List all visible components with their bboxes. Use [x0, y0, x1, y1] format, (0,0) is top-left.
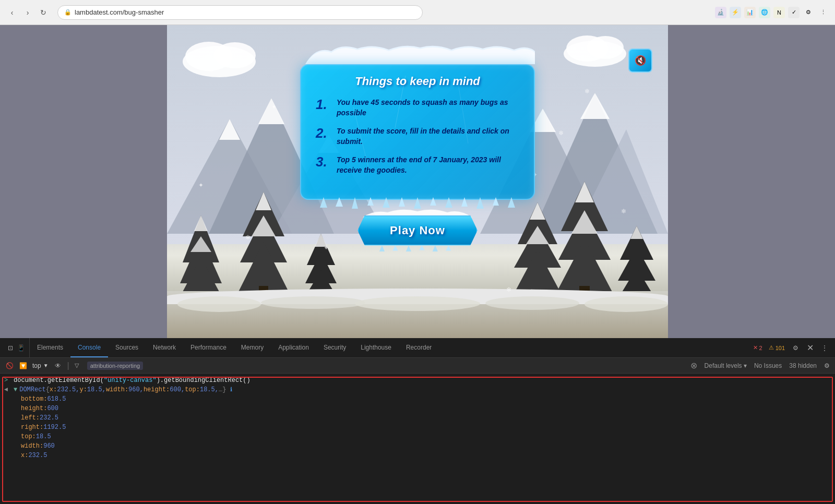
right-val: 1192.5	[43, 424, 66, 431]
rule-text-2: To submit the score, fill in the details…	[337, 126, 519, 147]
game-rule-1: 1. You have 45 seconds to squash as many…	[316, 98, 519, 118]
settings-icon[interactable]: ⚙	[803, 7, 814, 18]
rule-text-1: You have 45 seconds to squash as many bu…	[337, 98, 519, 118]
speaker-icon: 🔇	[635, 55, 646, 66]
extension-icon-5[interactable]: N	[773, 7, 785, 18]
context-selector[interactable]: top ▼	[32, 362, 49, 369]
warning-badge: ⚠ 101	[769, 344, 785, 351]
svg-marker-10	[580, 93, 610, 119]
default-levels[interactable]: Default levels ▾	[705, 362, 747, 369]
extension-icon-3[interactable]: 📊	[744, 7, 756, 18]
tab-console[interactable]: Console	[70, 338, 108, 357]
snowflake-4: ✦	[198, 182, 204, 189]
svg-marker-6	[219, 119, 240, 140]
domrect-label: DOMRect	[19, 386, 45, 393]
svg-marker-67	[445, 197, 452, 208]
top-label: top:	[21, 433, 36, 440]
cloud-left	[177, 35, 282, 77]
console-input-text: document.getElementById("unity-canvas").…	[14, 377, 250, 384]
svg-marker-73	[392, 245, 398, 250]
sound-button[interactable]: 🔇	[628, 49, 652, 73]
tab-network[interactable]: Network	[146, 338, 183, 357]
svg-point-53	[355, 296, 480, 311]
height-val: 600	[47, 405, 58, 412]
prop-right: right: 1192.5	[0, 423, 835, 432]
x-label: x:	[21, 452, 28, 459]
tab-recorder[interactable]: Recorder	[399, 338, 439, 357]
domrect-brace-1: {	[46, 386, 50, 393]
prop-width-val: 960,	[128, 386, 144, 393]
prop-top: top: 18.5	[0, 432, 835, 441]
svg-marker-63	[383, 197, 390, 208]
svg-marker-71	[508, 197, 515, 208]
snowflake-1: ❄	[209, 67, 214, 74]
browser-toolbar: ‹ › ↻ 🔒 lambdatest.com/bug-smasher 🔬 ⚡ 📊…	[0, 0, 835, 25]
svg-marker-68	[461, 197, 468, 207]
prop-x-val: 232.5,	[57, 386, 79, 393]
tab-application[interactable]: Application	[271, 338, 316, 357]
error-x-icon: ✕	[753, 344, 758, 351]
devtools-tabs-bar: ⊡ 📱 Elements Console Sources Network Per…	[0, 338, 835, 358]
back-button[interactable]: ‹	[6, 7, 18, 18]
tree-right-2	[553, 179, 616, 304]
panel-title: Things to keep in mind	[316, 75, 519, 88]
console-output-line-1: ◄ ▼ DOMRect { x: 232.5, y: 18.5, width: …	[0, 385, 835, 394]
code-text-2: ).getBoundingClientRect()	[157, 377, 250, 384]
input-prompt: >	[4, 377, 10, 384]
prop-x-label: x:	[50, 386, 57, 393]
prop-x: x: 232.5	[0, 451, 835, 460]
settings-icon-2[interactable]: ⚙	[824, 362, 830, 369]
cloud-right	[553, 30, 637, 67]
prop-height-label: height:	[144, 386, 170, 393]
tab-lighthouse[interactable]: Lighthouse	[353, 338, 399, 357]
console-output[interactable]: > document.getElementById("unity-canvas"…	[0, 374, 835, 504]
tab-memory[interactable]: Memory	[234, 338, 271, 357]
play-now-button[interactable]: Play Now	[357, 215, 478, 246]
svg-point-52	[261, 296, 365, 309]
tab-sources[interactable]: Sources	[108, 338, 146, 357]
inspect-icon[interactable]: ⊡	[6, 344, 15, 352]
extension-icon-1[interactable]: 🔬	[715, 7, 726, 18]
filter-icon[interactable]: 🔽	[19, 362, 27, 370]
svg-point-16	[587, 36, 624, 59]
context-dropdown-icon: ▼	[43, 363, 49, 368]
width-val: 960	[43, 442, 55, 450]
tab-performance[interactable]: Performance	[183, 338, 234, 357]
svg-marker-42	[556, 239, 613, 294]
address-bar[interactable]: 🔒 lambdatest.com/bug-smasher	[57, 5, 423, 20]
play-btn-container: Play Now	[357, 215, 478, 246]
clear-all-icon[interactable]: ⊗	[690, 361, 697, 370]
extension-icon-6[interactable]: ✓	[788, 7, 800, 18]
tab-security[interactable]: Security	[316, 338, 353, 357]
extension-icon-2[interactable]: ⚡	[730, 7, 741, 18]
filter-funnel-icon[interactable]: ▽	[75, 362, 82, 369]
top-val: 18.5	[36, 433, 51, 440]
eye-icon[interactable]: 👁	[54, 362, 62, 370]
svg-marker-50	[630, 226, 643, 239]
expand-arrow[interactable]: ▼	[14, 386, 17, 393]
close-devtools-icon[interactable]: ✕	[806, 344, 814, 352]
width-label: width:	[21, 442, 43, 450]
reload-button[interactable]: ↻	[38, 7, 49, 18]
snowflake-9: ❄	[584, 88, 590, 95]
svg-marker-77	[446, 245, 451, 250]
tab-elements[interactable]: Elements	[30, 338, 70, 357]
bottom-label: bottom:	[21, 395, 47, 403]
clear-console-icon[interactable]: 🚫	[5, 362, 14, 370]
settings-gear-icon[interactable]: ⚙	[791, 344, 800, 352]
console-toolbar: 🚫 🔽 top ▼ 👁 | ▽ attribution-reporting ⊗ …	[0, 358, 835, 374]
extension-icon-4[interactable]: 🌐	[759, 7, 770, 18]
x-val: 232.5	[28, 452, 47, 459]
left-val: 232.5	[40, 414, 58, 422]
svg-marker-69	[476, 197, 484, 209]
panel-snow-top	[300, 43, 540, 64]
toolbar-right: ⊗ Default levels ▾ No Issues 38 hidden ⚙	[690, 361, 830, 370]
play-btn-wrapper: Play Now	[300, 215, 535, 246]
more-options-icon[interactable]: ⋮	[820, 344, 829, 352]
attribution-filter[interactable]: attribution-reporting	[87, 362, 143, 370]
info-icon: ℹ	[230, 386, 232, 393]
device-icon[interactable]: 📱	[17, 344, 25, 352]
forward-button[interactable]: ›	[22, 7, 33, 18]
console-input-line: > document.getElementById("unity-canvas"…	[0, 376, 835, 385]
more-icon[interactable]: ⋮	[817, 7, 829, 18]
